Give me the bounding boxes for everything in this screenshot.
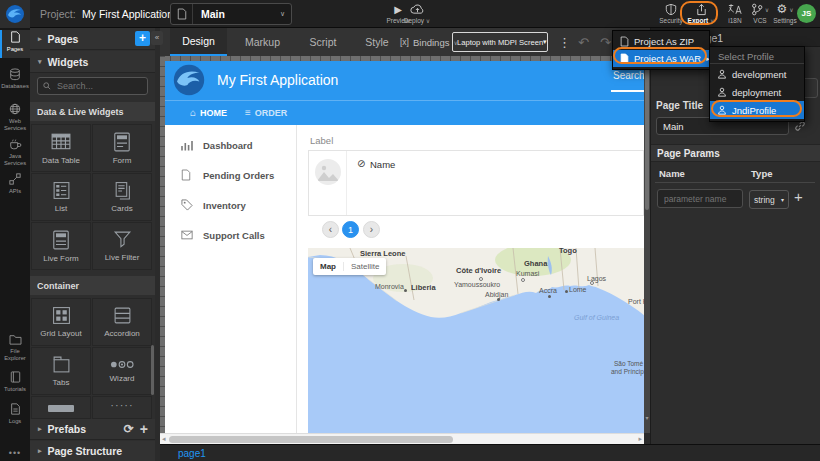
device-selector[interactable]: Laptop with MDPI Screen ▾ [452,32,548,52]
rail-item-logs[interactable]: Logs [0,402,30,425]
partial-widget-tile[interactable] [31,396,91,419]
app-header[interactable]: My First Application Search [165,61,644,100]
tabs-icon [52,355,71,374]
rail-item-databases[interactable]: Databases [0,67,30,90]
lome-marker [565,290,568,293]
app-menu-inventory[interactable]: Inventory [165,193,296,217]
widget-cards[interactable]: Cards [92,173,152,221]
prefabs-section-header[interactable]: ▸ Prefabs ⟳ + [30,419,155,440]
param-type-select[interactable]: string ▾ [749,190,789,209]
rail-item-apis[interactable]: APIs [0,172,30,195]
widget-search[interactable] [37,77,148,95]
app-menu-support-calls[interactable]: Support Calls [165,223,296,247]
shield-icon [665,2,677,16]
google-map-widget[interactable]: Sierra Leone Monrovia Liberia Côte d'Ivo… [308,248,644,433]
rail-item-java-services[interactable]: Java Services [0,137,30,167]
section-container: Container [30,276,155,295]
widget-tabs[interactable]: Tabs [31,347,91,395]
page-structure-section-header[interactable]: ▸ Page Structure [30,441,155,461]
add-page-button[interactable]: + [135,31,150,46]
wavemaker-studio: Project: My First Application › Main ∨ ▶… [0,0,820,461]
widget-list[interactable]: List [31,173,91,221]
param-name-input[interactable] [657,189,743,208]
pagination-next[interactable]: › [363,221,380,238]
tab-style[interactable]: Style [356,28,398,56]
rail-item-tutorials[interactable]: Tutorials [0,370,30,393]
app-search-label[interactable]: Search [613,70,644,81]
scroll-right-icon[interactable]: ▸ [638,435,642,443]
map-label-and-principe: and Príncipe [611,368,644,375]
app-menu-pending-orders[interactable]: Pending Orders [165,163,296,187]
column-type: Type [751,168,772,179]
deploy-button[interactable]: Deploy ∨ [402,2,432,24]
wizard-icon [110,359,134,370]
menu-item-deployment[interactable]: deployment [710,83,804,101]
vertical-scroll-thumb[interactable] [645,60,649,210]
rail-item-web-services[interactable]: Web Services [0,102,30,132]
kebab-menu-icon[interactable]: ⋮ [558,35,571,50]
refresh-icon[interactable]: ⟳ [124,422,134,436]
map-label-sao-tome: São Tomé [614,360,643,367]
pagination-prev[interactable]: ‹ [322,221,339,238]
menu-item-development[interactable]: development [710,65,804,83]
form-icon [113,132,131,152]
left-icon-rail: Pages Databases Web Services Java Servic… [0,28,30,461]
book-icon [10,370,21,384]
nav-item-order[interactable]: ≡ ORDER [245,107,287,118]
panel-scrollbar-thumb[interactable] [151,345,154,395]
tab-script[interactable]: Script [298,28,348,56]
map-label-sierra-leone: Sierra Leone [360,249,405,258]
label-widget[interactable]: Label [310,135,333,146]
add-param-button[interactable]: + [794,188,803,205]
rail-more-icon[interactable]: ••• [0,448,30,458]
bindings-button[interactable]: [x] Bindings ∨ [400,28,458,56]
widget-accordion[interactable]: Accordion [92,298,152,346]
rail-item-file-explorer[interactable]: File Explorer [0,332,30,362]
widgets-section-header[interactable]: ▾ Widgets [30,51,155,73]
folder-icon [9,332,22,346]
pages-icon [10,30,21,44]
map-label-kumasi: Kumasi [516,270,539,277]
scroll-left-icon[interactable]: ◂ [162,435,166,443]
tab-markup[interactable]: Markup [235,28,290,56]
branch-icon [751,3,763,16]
page-params-header[interactable]: Page Params [651,144,820,162]
card-name-label: Name [370,159,395,170]
pagination-page-1[interactable]: 1 [342,221,359,238]
canvas-horizontal-scrollbar[interactable]: ◂ ▸ [160,433,644,444]
app-title: My First Application [217,72,338,88]
widget-live-filter[interactable]: Live Filter [92,222,152,270]
partial-widget-tile[interactable]: ····· [92,396,152,419]
tab-design[interactable]: Design [170,28,227,56]
chevron-right-icon: › [160,6,164,20]
nav-item-home[interactable]: ⌂ HOME [190,107,227,118]
collapse-panel-button[interactable]: « [151,31,163,45]
map-button[interactable]: Map [313,262,344,271]
add-prefab-icon[interactable]: + [140,421,148,437]
rail-item-pages[interactable]: Pages [0,30,30,58]
redo-icon[interactable]: ↷ [600,35,611,50]
undo-icon[interactable]: ↶ [578,35,589,50]
satellite-button[interactable]: Satellite [344,262,386,271]
file-zip-icon [620,36,629,47]
expand-icon: ▸ [38,35,42,43]
home-icon: ⌂ [190,107,196,118]
page-selector[interactable]: Main ∨ [170,3,292,25]
footer-page-tab[interactable]: page1 [178,448,206,459]
wavemaker-logo-icon[interactable] [0,0,30,28]
widget-form[interactable]: Form [92,124,152,172]
i18n-icon [728,2,742,16]
widget-grid-layout[interactable]: Grid Layout [31,298,91,346]
app-menu-dashboard[interactable]: Dashboard [165,133,296,157]
user-avatar[interactable]: JS [797,4,816,23]
widget-wizard[interactable]: Wizard [92,347,152,395]
widget-data-table[interactable]: Data Table [31,124,91,172]
settings-button[interactable]: ⚙∨ Settings [770,2,800,24]
card-widget[interactable]: ⊘ Name [308,150,644,216]
horizontal-scroll-thumb[interactable] [169,436,453,443]
annotation-export-highlight [680,1,718,25]
pages-section-header[interactable]: ▸ Pages + [30,28,155,50]
widget-search-input[interactable] [55,80,140,92]
widget-live-form[interactable]: Live Form [31,222,91,270]
database-icon [9,67,21,81]
